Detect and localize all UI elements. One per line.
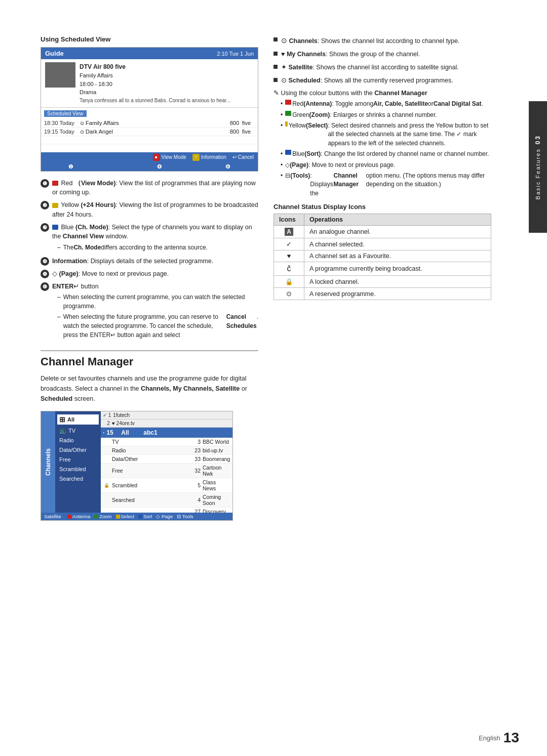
cm-nav-free[interactable]: Free <box>57 455 99 464</box>
guide-title: Guide <box>45 50 64 57</box>
num-content-2: Yellow (+24 Hours): Viewing the list of … <box>52 200 258 220</box>
num-circle-5: ❺ <box>41 270 49 278</box>
cm-nav-radio-label: Radio <box>59 437 74 443</box>
cm-nav-radio[interactable]: Radio <box>57 436 99 444</box>
guide-row1-time: 18:30 Today <box>44 120 77 126</box>
num-circle-4: ❹ <box>41 257 49 266</box>
main-content: Using Scheduled View Guide 2:10 Tue 1 Ju… <box>0 20 512 736</box>
section-divider <box>41 350 258 351</box>
guide-row2-prog: ⊙ Dark Angel <box>80 129 221 135</box>
bullet-sq-3 <box>274 65 278 69</box>
chapter-number: 03 <box>534 135 541 144</box>
guide-footer-btn2: 7 Information <box>192 154 226 161</box>
cm-footer-tools: ⊟ Tools <box>177 514 193 519</box>
guide-row-empty1 <box>41 136 258 144</box>
cm-header-2: 2 <box>103 421 110 426</box>
right-column: ⊙ Channels: Shows the channel list accor… <box>274 35 491 521</box>
guide-footer-btn1: ■ View Mode <box>153 154 186 161</box>
guide-footer-btn3: ↩ Cancel <box>232 154 254 161</box>
cm-row-searched-val: Coming Soon <box>203 494 230 506</box>
guide-rows: 18:30 Today ⊙ Family Affairs 800 five 19… <box>41 119 258 152</box>
bullet-scheduled-text: ⊙ Scheduled: Shows all the currently res… <box>281 76 453 86</box>
cm-nav-scrambled[interactable]: Scrambled <box>57 465 99 473</box>
num-circle-1: ❶ <box>41 179 49 188</box>
csd-op-heart: A channel set as a Favourite. <box>304 250 491 262</box>
red-btn-icon: ■ <box>153 154 160 161</box>
cm-row-tv: TV 3 BBC World <box>101 438 232 446</box>
cm-side-label: Channels <box>41 411 55 513</box>
bullet-satellite-text: ✦ Satellite: Shows the channel list acco… <box>281 63 459 72</box>
left-column: Using Scheduled View Guide 2:10 Tue 1 Ju… <box>41 35 258 521</box>
colour-note: ✎ Using the colour buttons with the Chan… <box>274 89 491 97</box>
guide-program-title: DTV Air 800 five <box>80 62 230 71</box>
channel-manager-desc: Delete or set favourites channels and us… <box>41 373 258 404</box>
guide-footer-cancel: Cancel <box>238 154 254 160</box>
guide-box: Guide 2:10 Tue 1 Jun DTV Air 800 five Fa… <box>41 47 258 172</box>
csd-icon-broadcast: č <box>274 262 304 276</box>
guide-thumbnail <box>45 62 75 88</box>
cm-row-radio-name: Radio <box>112 447 186 453</box>
cm-sel-dot: · <box>103 429 104 436</box>
numbered-list: ❶ Red （View Mode): View the list of prog… <box>41 179 258 342</box>
cm-green-icon <box>94 515 98 519</box>
yellow-sq <box>285 121 288 127</box>
footer-num1: ❶ <box>68 163 73 170</box>
cm-nav-all[interactable]: ⊞ All <box>57 414 99 425</box>
cm-nav-tv[interactable]: 📺 TV <box>57 426 99 435</box>
csd-table: Icons Operations A An analogue channel. … <box>274 214 491 300</box>
cm-row-free: Free 32 Cartoon Nwk <box>101 464 232 478</box>
red-color-btn <box>52 181 58 186</box>
cm-row-free-num: 32 <box>188 468 201 474</box>
csd-row-lock: 🔒 A locked channel. <box>274 276 491 288</box>
num-content-4: Information: Displays details of the sel… <box>52 257 258 266</box>
channel-manager-ui: Channels ⊞ All 📺 TV Radio <box>41 411 233 521</box>
cm-header-1futech: 1futech <box>113 412 230 418</box>
num-content-1: Red （View Mode): View the list of progra… <box>52 179 258 198</box>
cm-header-row: ✓ 1 1futech <box>101 411 232 419</box>
guide-footer-cancel-icon: ↩ <box>232 154 237 160</box>
cm-main: ✓ 1 1futech 2 ♥ 24ore.tv · 15 <box>101 411 232 513</box>
bullet-channels: ⊙ Channels: Shows the channel list accor… <box>274 35 491 46</box>
guide-sched-label-container: Scheduled View <box>41 108 258 119</box>
guide-info: DTV Air 800 five Family Affairs 18:00 - … <box>41 59 258 108</box>
colour-sub-6: ⊟ (Tools): Displays the Channel Manager … <box>281 172 491 198</box>
cm-footer-antenna: Antenna <box>67 514 90 519</box>
cm-header-row2: 2 ♥ 24ore.tv <box>101 419 232 428</box>
bullet-sq-4 <box>274 78 278 82</box>
guide-footer-info: Information <box>201 154 226 160</box>
cm-row-data-num: 33 <box>188 456 201 462</box>
guide-row1-prog: ⊙ Family Affairs <box>80 120 221 126</box>
footer-page-number: 13 <box>503 730 519 746</box>
cm-row-searched: Searched 4 Coming Soon <box>101 493 232 508</box>
csd-row-heart: ♥ A channel set as a Favourite. <box>274 250 491 262</box>
cm-row-scrambled-val: Class News <box>203 479 230 491</box>
colour-sub-bullets: Red (Antenna): Toggle among Air, Cable, … <box>281 100 491 198</box>
num-subitem-6-2: When selecting the future programme, you… <box>57 312 258 340</box>
blue-color-btn-3 <box>52 225 58 230</box>
guide-footer-viewmode: View Mode <box>162 154 186 160</box>
cm-nav-data[interactable]: Data/Other <box>57 446 99 454</box>
csd-op-broadcast: A programme currently being broadcast. <box>304 262 491 276</box>
colour-sub-5: ◇ (Page): Move to next or previous page. <box>281 161 491 170</box>
cm-rows: TV 3 BBC World Radio 23 bid-up.tv <box>101 438 232 513</box>
cm-blue-icon <box>138 515 142 519</box>
guide-footer: ■ View Mode 7 Information ↩ Cancel <box>41 152 258 162</box>
csd-op-check: A channel selected. <box>304 238 491 250</box>
csd-op-reserved: A reserved programme. <box>304 288 491 300</box>
guide-row-empty2 <box>41 144 258 152</box>
cm-row-scrambled: 🔒 Scrambled 5 Class News <box>101 478 232 493</box>
cm-row-scrambled-num: 5 <box>188 482 201 488</box>
guide-time: 2:10 Tue 1 Jun <box>217 51 254 57</box>
cm-nav-searched[interactable]: Searched <box>57 475 99 483</box>
csd-row-check: ✓ A channel selected. <box>274 238 491 250</box>
cm-row-free-name: Free <box>112 468 186 474</box>
csd-title: Channel Status Display Icons <box>274 203 491 211</box>
cm-nav-tv-label: TV <box>68 428 75 434</box>
num-subitem-3-1: The Ch. Mode differs according to the an… <box>57 243 258 252</box>
colour-sub-4: Blue (Sort): Change the list ordered by … <box>281 150 491 158</box>
cm-footer-page: ◇ Page <box>156 514 173 519</box>
csd-icon-reserved: ⊙ <box>274 288 304 300</box>
cm-footer: Satellite Antenna Zoom Select <box>41 513 232 520</box>
num-item-6: ❻ ENTER↵ button When selecting the curre… <box>41 282 258 342</box>
guide-program-name: Family Affairs <box>80 71 230 80</box>
